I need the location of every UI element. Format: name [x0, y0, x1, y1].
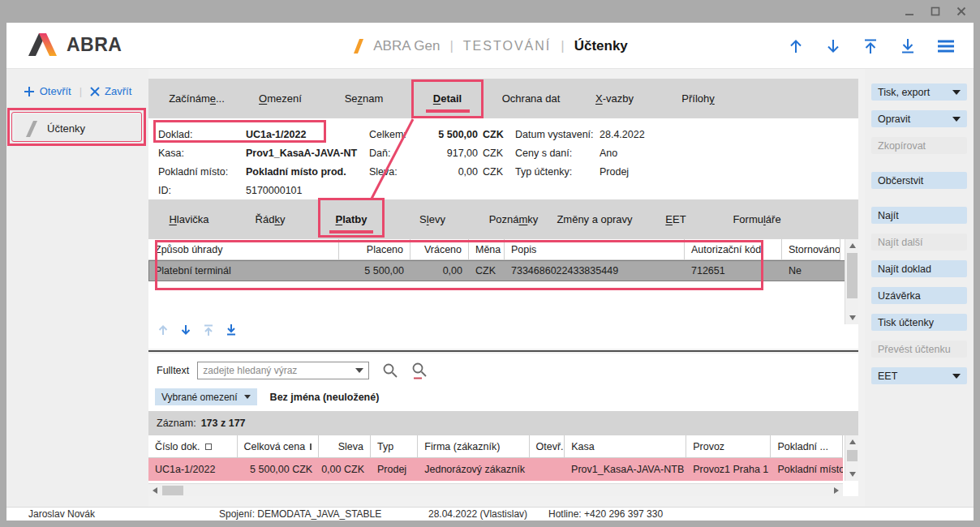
button-label: Tisk, export	[878, 87, 930, 98]
column-header-otev[interactable]: Otevř.	[530, 435, 565, 458]
status-date: 28.04.2022 (Vlastislav)	[428, 508, 527, 520]
app-body: Otevřít | Zavřít Účtenky Začínáme...Omez…	[6, 69, 974, 507]
tab-detail[interactable]: Detail	[406, 79, 489, 118]
button-label: Najít další	[878, 237, 923, 248]
cell-vr-ceno: 0,00	[410, 260, 469, 281]
table-header: Způsob úhradyPlacenoVrácenoMěnaPopisAuto…	[148, 239, 858, 260]
cell-zp-sob-hrady: Platební terminál	[148, 260, 339, 281]
eet-button[interactable]: EET	[871, 367, 967, 384]
column-header-provoz[interactable]: Provoz	[686, 435, 771, 458]
search-filtered-icon[interactable]	[411, 362, 428, 379]
tab-pozn-mky[interactable]: Poznámky	[473, 199, 554, 239]
tab-x-vazby[interactable]: X-vazby	[573, 79, 656, 118]
detail-dl1: Pokladní místo:	[158, 166, 246, 178]
cell-pokladn: Pokladní místo	[771, 458, 843, 481]
close-button[interactable]	[956, 6, 967, 17]
cell-m-na: CZK	[469, 260, 505, 281]
table-row[interactable]: UC1a-1/20225 500,00 CZK0,00 CZKProdejJed…	[148, 458, 843, 481]
column-header-typ[interactable]: Typ	[371, 435, 418, 458]
fulltext-input[interactable]	[198, 365, 346, 376]
detail-dcur: CZK	[483, 166, 515, 178]
minimize-button[interactable]	[904, 6, 915, 17]
sort-marker-icon[interactable]	[310, 443, 312, 450]
naj-t-button[interactable]: Najít	[871, 207, 967, 224]
detail-row: Doklad:UC1a-1/2022Celkem:5 500,00CZKDatu…	[148, 125, 858, 144]
opravit-button[interactable]: Opravit	[871, 110, 967, 127]
button-label: Opravit	[878, 114, 910, 125]
status-user: Jaroslav Novák	[28, 508, 95, 520]
row-down-icon[interactable]	[179, 323, 192, 336]
uz-v-rka-button[interactable]: Uzávěrka	[871, 287, 967, 304]
column-header-pokladn[interactable]: Pokladní ...	[771, 435, 843, 458]
column-header-autoriza-n-k-d[interactable]: Autorizační kód	[685, 239, 782, 260]
tab-hlavi-ka[interactable]: Hlavička	[148, 199, 230, 239]
chevron-down-icon	[244, 395, 251, 399]
tisk-export-button[interactable]: Tisk, export	[871, 84, 967, 101]
p-ev-st-tenku-button: Převést účtenku	[871, 341, 967, 358]
payments-scrollbar[interactable]	[845, 239, 858, 324]
open-button[interactable]: Otevřít	[24, 85, 71, 97]
payments-nav-arrows	[157, 323, 238, 336]
ob-erstvit-button[interactable]: Občerstvit	[871, 172, 967, 189]
row-first-icon[interactable]	[202, 323, 215, 336]
abra-slash-icon	[352, 38, 363, 54]
combo-dropdown-icon[interactable]	[355, 368, 363, 373]
tisk-tenky-button[interactable]: Tisk účtenky	[871, 314, 967, 331]
naj-t-doklad-button[interactable]: Najít doklad	[871, 260, 967, 277]
zkop-rovat-button: Zkopírovat	[871, 137, 967, 154]
column-header-firma-z-kazn-k[interactable]: Firma (zákazník)	[418, 435, 529, 458]
selected-restriction-button[interactable]: Vybrané omezení	[155, 388, 257, 405]
tab-slevy[interactable]: Slevy	[392, 199, 473, 239]
tab-seznam[interactable]: Seznam	[322, 79, 406, 118]
column-header-slo-dok[interactable]: Číslo dok.	[148, 435, 238, 458]
dropdown-arrow-icon	[952, 374, 961, 379]
sidebar-item-label: Účtenky	[47, 122, 85, 135]
close-button-sidebar[interactable]: Zavřít	[90, 85, 131, 97]
plus-icon	[24, 86, 35, 97]
tab-za-n-me[interactable]: Začínáme...	[155, 79, 239, 118]
column-header-celkov-cena[interactable]: Celková cena	[238, 435, 320, 458]
arrow-down-icon[interactable]	[824, 37, 842, 55]
open-button-label: Otevřít	[40, 85, 71, 97]
column-header-stornov-no[interactable]: Stornováno	[782, 239, 840, 260]
column-header-placeno[interactable]: Placeno	[339, 239, 410, 260]
list-hscrollbar[interactable]	[148, 483, 843, 496]
tab-ochrana-dat[interactable]: Ochrana dat	[489, 79, 573, 118]
cell-autoriza-n-k-d: 712651	[685, 260, 782, 281]
menu-icon[interactable]	[936, 37, 956, 55]
arrow-last-icon[interactable]	[899, 37, 917, 55]
table-row[interactable]: Platební terminál5 500,000,00CZK73346860…	[148, 260, 858, 281]
sidebar-item-uctenky[interactable]: Účtenky	[15, 114, 142, 143]
arrow-first-icon[interactable]	[862, 37, 879, 55]
sort-marker-icon[interactable]	[205, 443, 212, 450]
column-header-vr-ceno[interactable]: Vráceno	[410, 239, 469, 260]
main-tab-bar: Začínáme...OmezeníSeznamDetailOchrana da…	[148, 79, 858, 118]
maximize-button[interactable]	[930, 6, 941, 17]
detail-row: ID:5170000101	[148, 181, 858, 199]
column-header-m-na[interactable]: Měna	[469, 239, 505, 260]
row-last-icon[interactable]	[225, 323, 238, 336]
tab-omezen[interactable]: Omezení	[239, 79, 322, 118]
arrow-up-icon[interactable]	[787, 37, 805, 55]
detail-panel: Doklad:UC1a-1/2022Celkem:5 500,00CZKDatu…	[148, 118, 858, 199]
tab-dky[interactable]: Řádky	[230, 199, 311, 239]
tab-platby[interactable]: Platby	[311, 199, 392, 239]
detail-dl2: Sleva:	[369, 166, 411, 178]
list-vscrollbar[interactable]	[845, 435, 858, 481]
cell-typ: Prodej	[371, 458, 418, 481]
status-hotline: Hotline: +420 296 397 330	[548, 508, 663, 520]
row-up-icon[interactable]	[157, 323, 170, 336]
column-header-kasa[interactable]: Kasa	[565, 435, 686, 458]
cell-kasa: Prov1_KasaA-JAVA-NTB	[565, 458, 686, 481]
column-header-sleva[interactable]: Sleva	[319, 435, 371, 458]
tab-formul-e[interactable]: Formuláře	[716, 199, 797, 239]
search-icon[interactable]	[382, 362, 398, 379]
tab-zm-ny-a-opravy[interactable]: Změny a opravy	[554, 199, 635, 239]
window-titlebar[interactable]	[0, 0, 980, 23]
tab-p-lohy[interactable]: Přílohy	[656, 79, 740, 118]
detail-dv2: 917,00	[411, 148, 483, 159]
column-header-popis[interactable]: Popis	[505, 239, 685, 260]
tab-eet[interactable]: EET	[635, 199, 716, 239]
fulltext-combobox[interactable]	[197, 362, 369, 379]
column-header-zp-sob-hrady[interactable]: Způsob úhrady	[148, 239, 339, 260]
